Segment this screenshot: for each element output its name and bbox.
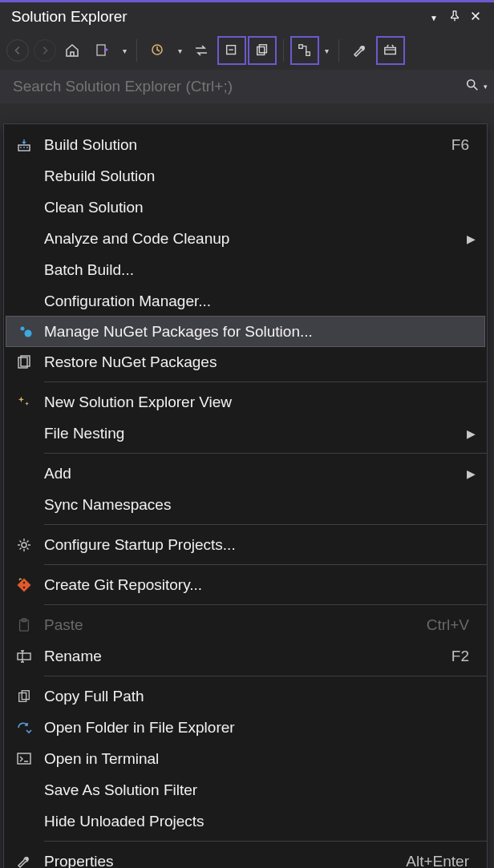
menu-label: Configure Startup Projects... [44, 536, 476, 554]
window-options-button[interactable]: ▼ [423, 9, 444, 26]
menu-label: Hide Unloaded Projects [44, 813, 476, 830]
toolbar-separator [283, 39, 284, 62]
gear-icon [4, 537, 44, 553]
menu-create-git-repository[interactable]: Create Git Repository... [4, 569, 487, 600]
menu-label: Configuration Manager... [44, 293, 476, 310]
menu-separator [44, 382, 487, 382]
menu-rename[interactable]: Rename F2 [4, 640, 487, 672]
search-input[interactable] [13, 78, 462, 95]
pending-changes-filter-button[interactable] [144, 36, 172, 65]
menu-label: Create Git Repository... [44, 576, 476, 594]
menu-label: Sync Namespaces [44, 496, 476, 514]
menu-rebuild-solution[interactable]: Rebuild Solution [4, 160, 487, 192]
nesting-dropdown[interactable]: ▾ [321, 46, 332, 55]
nuget-icon [6, 324, 44, 340]
menu-label: Batch Build... [44, 261, 476, 279]
toolbar: ▾ ▾ ▾ [0, 31, 494, 70]
svg-rect-7 [385, 47, 396, 54]
menu-sync-namespaces[interactable]: Sync Namespaces [4, 489, 487, 520]
close-button[interactable] [465, 9, 486, 26]
svg-point-17 [23, 586, 25, 587]
menu-save-as-solution-filter[interactable]: Save As Solution Filter [4, 774, 487, 805]
search-icon[interactable]: ▾ [462, 78, 488, 96]
menu-label: Manage NuGet Packages for Solution... [44, 323, 475, 341]
menu-manage-nuget-packages[interactable]: Manage NuGet Packages for Solution... [6, 316, 485, 347]
switch-views-button[interactable] [88, 36, 117, 65]
pending-changes-dropdown[interactable]: ▾ [174, 46, 185, 55]
show-all-files-button[interactable] [248, 36, 277, 65]
svg-rect-0 [97, 45, 105, 55]
svg-point-16 [23, 581, 25, 583]
menu-label: File Nesting [44, 425, 460, 442]
rename-icon [4, 649, 44, 664]
back-button[interactable] [6, 39, 29, 62]
restore-icon [4, 354, 44, 370]
svg-rect-22 [22, 690, 29, 699]
svg-point-11 [24, 329, 31, 337]
search-bar[interactable]: ▾ [0, 70, 494, 103]
svg-rect-4 [259, 45, 266, 53]
menu-file-nesting[interactable]: File Nesting ▶ [4, 418, 487, 449]
open-folder-icon [4, 721, 44, 735]
sparkle-icon [4, 395, 44, 410]
menu-new-solution-explorer-view[interactable]: New Solution Explorer View [4, 386, 487, 418]
build-icon [4, 137, 44, 153]
forward-button[interactable] [34, 39, 56, 62]
menu-label: Build Solution [44, 136, 451, 154]
menu-label: Rename [44, 648, 451, 665]
menu-separator [44, 453, 487, 454]
svg-rect-20 [18, 653, 30, 660]
svg-rect-15 [18, 578, 31, 591]
submenu-arrow-icon: ▶ [460, 232, 476, 245]
menu-hide-unloaded-projects[interactable]: Hide Unloaded Projects [4, 805, 487, 837]
menu-label: Rebuild Solution [44, 168, 476, 185]
menu-properties[interactable]: Properties Alt+Enter [4, 846, 487, 868]
sync-active-document-button[interactable] [187, 36, 216, 65]
properties-button[interactable] [346, 36, 375, 65]
preview-selected-button[interactable] [376, 36, 405, 65]
menu-separator [44, 841, 487, 842]
menu-configuration-manager[interactable]: Configuration Manager... [4, 285, 487, 317]
submenu-arrow-icon: ▶ [460, 427, 476, 440]
menu-separator [44, 564, 487, 565]
terminal-icon [4, 752, 44, 766]
nesting-button[interactable] [290, 36, 319, 65]
menu-analyze-code-cleanup[interactable]: Analyze and Code Cleanup ▶ [4, 223, 487, 254]
menu-label: Paste [44, 616, 427, 634]
menu-open-in-terminal[interactable]: Open in Terminal [4, 743, 487, 774]
menu-restore-nuget-packages[interactable]: Restore NuGet Packages [4, 346, 487, 377]
menu-label: New Solution Explorer View [44, 394, 476, 411]
svg-point-10 [20, 326, 24, 330]
menu-label: Save As Solution Filter [44, 781, 476, 799]
svg-point-8 [468, 79, 475, 87]
pin-button[interactable] [444, 9, 465, 26]
menu-shortcut: F6 [451, 136, 476, 154]
svg-rect-5 [299, 45, 303, 49]
panel-title: Solution Explorer [11, 8, 423, 26]
menu-configure-startup-projects[interactable]: Configure Startup Projects... [4, 529, 487, 560]
menu-separator [44, 676, 487, 676]
menu-label: Properties [44, 853, 406, 869]
toolbar-separator [338, 39, 339, 62]
menu-shortcut: Ctrl+V [427, 616, 476, 634]
menu-separator [44, 604, 487, 605]
menu-batch-build[interactable]: Batch Build... [4, 254, 487, 285]
collapse-all-button[interactable] [217, 36, 246, 65]
menu-shortcut: F2 [451, 648, 476, 665]
toolbar-separator [136, 39, 137, 62]
menu-add[interactable]: Add ▶ [4, 458, 487, 489]
menu-label: Open in Terminal [44, 750, 476, 768]
menu-paste: Paste Ctrl+V [4, 609, 487, 640]
svg-rect-23 [18, 753, 30, 764]
submenu-arrow-icon: ▶ [460, 467, 476, 480]
menu-build-solution[interactable]: Build Solution F6 [4, 129, 487, 160]
switch-views-dropdown[interactable]: ▾ [119, 46, 130, 55]
home-button[interactable] [58, 36, 87, 65]
menu-open-folder[interactable]: Open Folder in File Explorer [4, 712, 487, 743]
menu-separator [44, 524, 487, 525]
git-icon [4, 577, 44, 593]
menu-copy-full-path[interactable]: Copy Full Path [4, 680, 487, 712]
menu-label: Clean Solution [44, 199, 476, 216]
menu-clean-solution[interactable]: Clean Solution [4, 192, 487, 223]
copy-icon [4, 688, 44, 704]
